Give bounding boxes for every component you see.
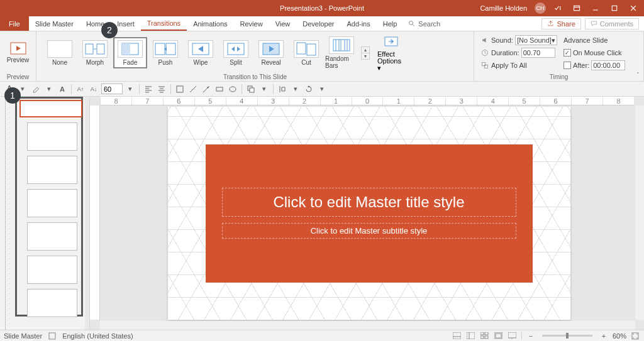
comment-icon xyxy=(591,20,597,27)
gallery-row-up[interactable]: ▴ xyxy=(362,47,369,53)
svg-rect-15 xyxy=(166,43,175,55)
transition-none[interactable]: None xyxy=(43,37,77,68)
master-title-placeholder[interactable]: Click to edit Master title style xyxy=(222,188,516,217)
transition-fade[interactable]: Fade xyxy=(113,37,147,68)
zoom-in-button[interactable]: + xyxy=(599,332,609,340)
layout-thumb-1[interactable] xyxy=(27,122,77,151)
tab-review[interactable]: Review xyxy=(234,16,269,31)
svg-rect-19 xyxy=(228,43,244,55)
transition-push[interactable]: Push xyxy=(148,37,182,68)
group-transition-to-slide: NoneMorphFadePushWipeSplitRevealCutRando… xyxy=(36,31,474,81)
arrange-button[interactable] xyxy=(245,84,257,95)
rect-button[interactable] xyxy=(214,84,225,95)
slide-master-thumb[interactable] xyxy=(19,100,82,117)
align-center-button[interactable] xyxy=(156,84,167,95)
gallery-row-down[interactable]: ▾ xyxy=(362,53,369,59)
layout-thumb-2[interactable] xyxy=(27,156,77,184)
transition-icon xyxy=(258,40,284,58)
text-highlight-button[interactable] xyxy=(30,84,42,95)
slideshow-button[interactable] xyxy=(508,332,518,340)
master-subtitle-placeholder[interactable]: Click to edit Master subtitle style xyxy=(222,223,516,239)
comments-button[interactable]: Comments xyxy=(585,18,639,30)
svg-rect-37 xyxy=(177,86,183,92)
tab-animations[interactable]: Animations xyxy=(187,16,233,31)
transition-split[interactable]: Split xyxy=(219,37,253,68)
layout-thumb-6[interactable] xyxy=(27,289,77,317)
avatar[interactable]: CH xyxy=(535,3,546,14)
thumb-scrollbar[interactable] xyxy=(86,122,89,160)
increase-font-button[interactable]: A↑ xyxy=(75,84,86,95)
svg-rect-3 xyxy=(612,6,617,11)
transition-morph[interactable]: Morph xyxy=(78,37,112,68)
horizontal-scrollbar[interactable] xyxy=(100,321,635,330)
tell-me-search[interactable]: Search xyxy=(408,16,440,31)
transition-wipe[interactable]: Wipe xyxy=(184,37,218,68)
layout-thumb-4[interactable] xyxy=(27,222,77,251)
after-checkbox[interactable] xyxy=(564,62,571,69)
group-button[interactable]: ▾ xyxy=(258,84,270,95)
tab-help[interactable]: Help xyxy=(377,16,404,31)
svg-rect-13 xyxy=(122,43,130,55)
reading-view-button[interactable] xyxy=(494,332,504,340)
font-size-more[interactable]: ▾ xyxy=(125,84,136,95)
rotate-more[interactable]: ▾ xyxy=(316,84,328,95)
share-icon xyxy=(547,20,554,27)
text-highlight-more[interactable]: ▾ xyxy=(43,84,55,95)
font-size-input[interactable]: 60 xyxy=(101,84,123,94)
line-button[interactable] xyxy=(187,84,199,95)
tab-developer[interactable]: Developer xyxy=(296,16,340,31)
status-language[interactable]: English (United States) xyxy=(62,332,133,340)
normal-view-button[interactable] xyxy=(466,332,476,340)
apply-to-all-button[interactable]: Apply To All xyxy=(480,60,557,71)
tab-transitions[interactable]: Transitions xyxy=(141,16,187,31)
transition-cut[interactable]: Cut xyxy=(289,37,323,68)
vertical-scrollbar[interactable] xyxy=(635,106,644,320)
align-objects-more[interactable]: ▾ xyxy=(290,84,301,95)
transition-reveal[interactable]: Reveal xyxy=(254,37,288,68)
preview-button[interactable]: Preview xyxy=(3,40,33,66)
slide-sorter-button[interactable] xyxy=(480,332,490,340)
slide-canvas[interactable]: Click to edit Master title style Click t… xyxy=(168,107,570,320)
fit-to-window-button[interactable] xyxy=(630,332,640,340)
svg-rect-24 xyxy=(297,43,306,54)
minimize-button[interactable] xyxy=(589,0,602,16)
tab-slide-master[interactable]: Slide Master xyxy=(29,16,80,31)
tab-file[interactable]: File xyxy=(0,16,29,31)
zoom-level[interactable]: 60% xyxy=(613,332,626,340)
layout-thumb-3[interactable] xyxy=(27,189,77,217)
svg-rect-49 xyxy=(467,332,475,339)
tab-addins[interactable]: Add-ins xyxy=(340,16,376,31)
vertical-ruler xyxy=(90,106,100,320)
sound-dropdown[interactable]: [No Sound]▾ xyxy=(515,35,557,45)
duration-input[interactable]: 00.70 xyxy=(521,48,555,58)
after-time-input[interactable]: 00:00.00 xyxy=(591,60,625,70)
ribbon-display-icon[interactable] xyxy=(570,0,584,16)
maximize-button[interactable] xyxy=(608,0,621,16)
transition-random-bars[interactable]: Random Bars xyxy=(325,37,358,68)
tab-view[interactable]: View xyxy=(269,16,297,31)
decrease-font-button[interactable]: A↓ xyxy=(88,84,99,95)
hierarchy-line xyxy=(5,97,6,330)
align-left-button[interactable] xyxy=(143,84,154,95)
on-mouse-click-checkbox[interactable]: ✓ xyxy=(564,49,571,57)
transition-label: Morph xyxy=(86,59,104,66)
account-name[interactable]: Camille Holden xyxy=(480,4,527,12)
collapse-ribbon-button[interactable]: ˄ xyxy=(633,70,642,79)
clear-formatting-button[interactable]: A xyxy=(57,84,68,95)
accessibility-icon[interactable] xyxy=(48,332,56,340)
notes-button[interactable] xyxy=(452,332,462,340)
oval-button[interactable] xyxy=(227,84,238,95)
layout-thumb-5[interactable] xyxy=(27,256,77,284)
share-label: Share xyxy=(557,20,575,28)
effect-options-button[interactable]: Effect Options ▾ xyxy=(376,33,406,73)
arrow-button[interactable] xyxy=(201,84,212,95)
zoom-out-button[interactable]: − xyxy=(526,332,536,340)
zoom-slider[interactable] xyxy=(542,335,592,337)
shapes-button[interactable] xyxy=(174,84,186,95)
close-button[interactable] xyxy=(626,0,640,16)
rotate-button[interactable] xyxy=(303,84,314,95)
autosave-icon[interactable] xyxy=(551,0,565,16)
gallery-expand[interactable]: ▴ ▾ xyxy=(361,46,370,60)
share-button[interactable]: Share xyxy=(541,18,580,30)
align-objects-button[interactable] xyxy=(277,84,288,95)
